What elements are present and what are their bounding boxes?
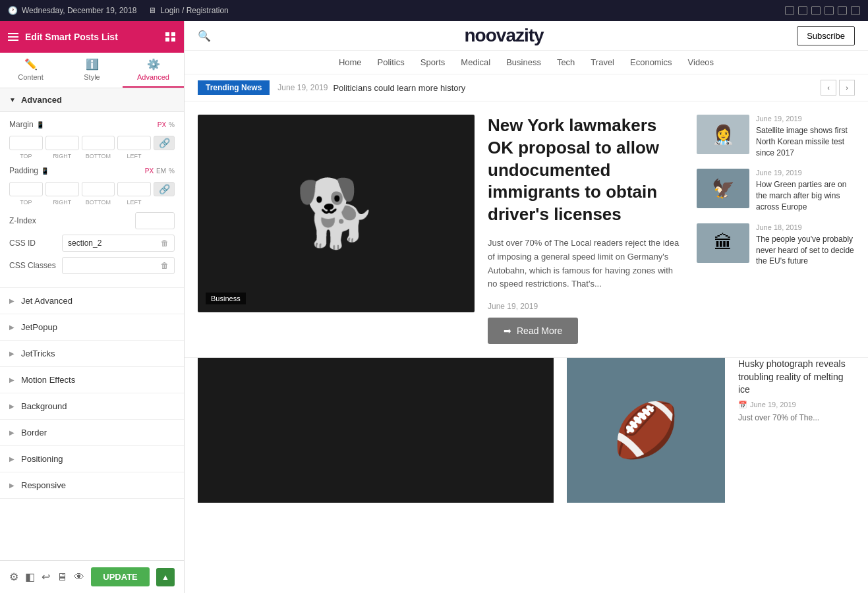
background-header[interactable]: ▶ Background	[0, 393, 184, 419]
css-id-input[interactable]: section_2 🗑	[62, 235, 175, 252]
clock-icon: 🕐	[8, 6, 18, 15]
padding-unit-percent[interactable]: %	[169, 167, 175, 175]
margin-unit-percent[interactable]: %	[169, 121, 175, 128]
jet-advanced-chevron: ▶	[9, 297, 14, 304]
margin-top-label: TOP	[9, 153, 43, 159]
site-header: 🔍 noovazity Subscribe	[185, 21, 868, 51]
trending-bar: Trending News June 19, 2019 Politicians …	[185, 74, 868, 101]
login-label[interactable]: Login / Registration	[160, 6, 228, 15]
window-icon-4	[825, 6, 834, 15]
margin-responsive-icon: 📱	[36, 121, 44, 128]
margin-top-input[interactable]	[9, 136, 43, 150]
padding-top-input[interactable]	[9, 182, 43, 196]
advanced-section-title: Advanced	[21, 95, 62, 105]
nav-travel[interactable]: Travel	[591, 57, 614, 67]
motion-effects-header[interactable]: ▶ Motion Effects	[0, 367, 184, 393]
padding-right-input[interactable]	[45, 182, 79, 196]
search-icon[interactable]: 🔍	[198, 30, 211, 42]
dog-image-placeholder: 🐕	[295, 175, 378, 252]
second-article-title: Husky photograph reveals troubling reali…	[738, 358, 855, 397]
css-classes-input[interactable]: 🗑	[62, 257, 175, 274]
side-article-2-date: June 19, 2019	[756, 169, 855, 177]
desktop-icon[interactable]: 🖥	[57, 571, 67, 583]
padding-link-button[interactable]: 🔗	[154, 182, 175, 196]
margin-bottom-input[interactable]	[82, 136, 115, 150]
update-button[interactable]: UPDATE	[91, 567, 150, 586]
read-more-label: Read More	[517, 325, 562, 336]
featured-section: 🐕 Business New York lawmakers OK proposa…	[185, 101, 868, 358]
top-bar: 🕐 Wednesday, December 19, 2018 🖥 Login /…	[0, 0, 868, 21]
sidebar-footer: ⚙ ◧ ↩ 🖥 👁 UPDATE ▲	[0, 560, 184, 593]
padding-labels: TOP RIGHT BOTTOM LEFT	[9, 199, 175, 206]
site-nav: Home Politics Sports Medical Business Te…	[185, 51, 868, 74]
nav-sports[interactable]: Sports	[420, 57, 446, 67]
border-section: ▶ Border	[0, 420, 184, 446]
window-icon-2	[798, 6, 807, 15]
z-index-input[interactable]	[135, 212, 175, 229]
top-bar-right	[785, 6, 860, 15]
side-article-1-img-icon: 👩‍⚕️	[712, 124, 735, 146]
css-id-clear[interactable]: 🗑	[161, 239, 169, 248]
css-id-row: CSS ID section_2 🗑	[9, 235, 175, 252]
tab-advanced[interactable]: ⚙️ Advanced	[123, 53, 184, 88]
trending-nav: ‹ ›	[821, 80, 855, 96]
jet-advanced-section: ▶ Jet Advanced	[0, 288, 184, 314]
grid-icon[interactable]	[165, 32, 176, 42]
z-index-row: Z-Index	[9, 212, 175, 229]
tab-content[interactable]: ✏️ Content	[0, 53, 61, 88]
margin-right-input[interactable]	[45, 136, 79, 150]
hamburger-menu[interactable]	[8, 33, 18, 41]
padding-left-input[interactable]	[117, 182, 151, 196]
eye-icon[interactable]: 👁	[74, 571, 84, 583]
responsive-header[interactable]: ▶ Responsive	[0, 472, 184, 498]
undo-icon[interactable]: ↩	[42, 571, 50, 583]
margin-left-input[interactable]	[117, 136, 151, 150]
margin-units[interactable]: PX %	[158, 121, 175, 128]
motion-effects-label: Motion Effects	[21, 375, 75, 385]
css-classes-clear[interactable]: 🗑	[161, 261, 169, 270]
padding-unit-em[interactable]: EM	[156, 167, 166, 175]
trending-date: June 19, 2019	[277, 83, 328, 92]
jettricks-section: ▶ JetTricks	[0, 341, 184, 367]
window-icon-6	[851, 6, 860, 15]
side-article-3-date: June 18, 2019	[756, 223, 855, 231]
nav-business[interactable]: Business	[506, 57, 541, 67]
positioning-header[interactable]: ▶ Positioning	[0, 446, 184, 472]
nav-politics[interactable]: Politics	[378, 57, 405, 67]
featured-sidebar: 👩‍⚕️ June 19, 2019 Satellite image shows…	[697, 115, 855, 344]
padding-unit-px[interactable]: PX	[145, 167, 154, 175]
subscribe-button[interactable]: Subscribe	[797, 26, 855, 45]
jetpopup-header[interactable]: ▶ JetPopup	[0, 314, 184, 340]
settings-icon[interactable]: ⚙	[9, 571, 18, 583]
advanced-section-header[interactable]: ▼ Advanced	[0, 88, 184, 112]
layers-icon[interactable]: ◧	[25, 571, 35, 583]
advanced-icon: ⚙️	[147, 58, 160, 71]
margin-unit-px[interactable]: PX	[158, 121, 166, 128]
tab-style[interactable]: ℹ️ Style	[61, 53, 123, 88]
border-header[interactable]: ▶ Border	[0, 420, 184, 445]
margin-bottom-label: BOTTOM	[82, 153, 115, 159]
margin-right-label: RIGHT	[45, 153, 79, 159]
side-article-1-title: Satellite image shows first North Korean…	[756, 125, 855, 158]
nav-videos[interactable]: Videos	[688, 57, 714, 67]
nav-economics[interactable]: Economics	[630, 57, 672, 67]
update-arrow-button[interactable]: ▲	[156, 568, 175, 586]
jettricks-header[interactable]: ▶ JetTricks	[0, 341, 184, 366]
nav-medical[interactable]: Medical	[461, 57, 490, 67]
read-more-button[interactable]: ➡ Read More	[488, 318, 578, 344]
trending-label: Trending News	[198, 80, 270, 95]
window-icon-5	[838, 6, 847, 15]
margin-left-label: LEFT	[117, 153, 151, 159]
padding-units[interactable]: PX EM %	[145, 167, 175, 175]
positioning-chevron: ▶	[9, 455, 14, 463]
trending-next[interactable]: ›	[839, 80, 855, 96]
site-logo: noovazity	[465, 25, 544, 46]
arrow-circle-icon: ➡	[504, 325, 511, 336]
trending-prev[interactable]: ‹	[821, 80, 836, 96]
nav-home[interactable]: Home	[339, 57, 362, 67]
margin-link-button[interactable]: 🔗	[154, 136, 175, 150]
nav-tech[interactable]: Tech	[557, 57, 575, 67]
jet-advanced-header[interactable]: ▶ Jet Advanced	[0, 288, 184, 314]
second-row: 🏈 Husky photograph reveals troubling rea…	[185, 358, 868, 516]
padding-bottom-input[interactable]	[82, 182, 115, 196]
